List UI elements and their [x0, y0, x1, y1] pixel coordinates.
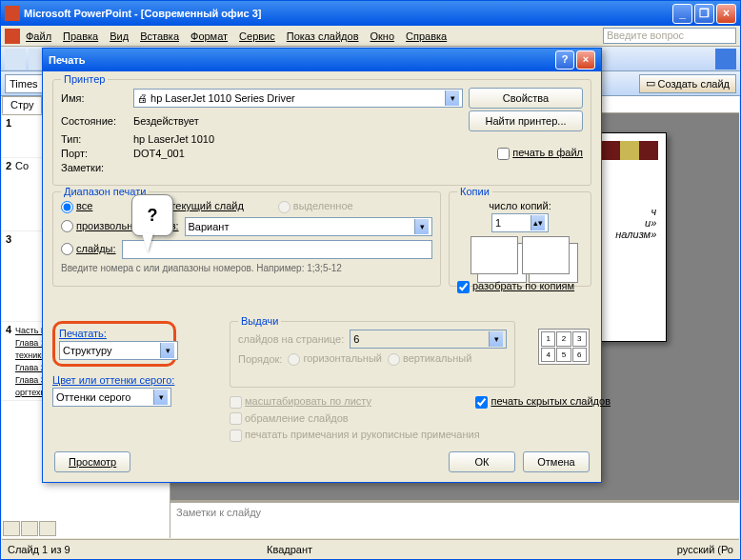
- slideshow-view-icon[interactable]: [39, 521, 56, 536]
- minimize-button[interactable]: _: [672, 4, 692, 24]
- print-what-select[interactable]: Структуру▾: [59, 341, 178, 360]
- chevron-down-icon: ▾: [489, 331, 503, 347]
- handouts-group: Выдачи слайдов на странице: 6▾ Порядок: …: [230, 321, 515, 388]
- perpage-label: слайдов на странице:: [238, 333, 344, 345]
- order-vert-radio: вертикальный: [388, 352, 471, 366]
- maximize-button[interactable]: ❐: [694, 4, 714, 24]
- handout-layout-icon: 123456: [538, 329, 590, 365]
- tab-structure[interactable]: Стру: [2, 96, 42, 114]
- view-buttons: [3, 521, 56, 538]
- range-group: Диапазон печати все текущий слайд выделе…: [52, 191, 441, 287]
- help-icon[interactable]: [715, 49, 736, 70]
- color-select[interactable]: Оттенки серого▾: [52, 388, 171, 407]
- notes-checkbox: печатать примечания и рукописные примеча…: [230, 429, 480, 442]
- color-label: Цвет или оттенки серого:: [52, 374, 224, 386]
- copies-group: Копии число копий: 1▴▾ разобрать по копи…: [449, 191, 591, 287]
- port-value: DOT4_001: [133, 148, 463, 159]
- normal-view-icon[interactable]: [3, 521, 20, 536]
- chevron-down-icon: ▾: [414, 219, 429, 234]
- notes-pane[interactable]: Заметки к слайду: [170, 500, 739, 538]
- menu-format[interactable]: Формат: [190, 30, 228, 42]
- range-selection-radio: выделенное: [278, 200, 353, 213]
- range-all-radio[interactable]: все: [61, 200, 92, 213]
- menu-file[interactable]: Файл: [26, 30, 51, 42]
- printer-select[interactable]: 🖨 hp LaserJet 1010 Series Driver ▾: [133, 89, 463, 108]
- collate-preview-icon: [471, 236, 518, 274]
- printer-legend: Принтер: [61, 73, 108, 85]
- copies-spinner[interactable]: 1▴▾: [491, 213, 549, 232]
- range-hint: Введите номера с или диапазоны номеров. …: [61, 263, 432, 273]
- slides-input[interactable]: [122, 240, 432, 259]
- copies-count-label: число копий:: [457, 200, 583, 211]
- properties-button[interactable]: Свойства: [469, 88, 583, 109]
- app-icon: [5, 6, 20, 21]
- window-title: Microsoft PowerPoint - [Современный офис…: [24, 8, 671, 19]
- port-label: Порт:: [61, 148, 128, 159]
- chevron-down-icon: ▾: [445, 90, 459, 106]
- type-label: Тип:: [61, 133, 128, 145]
- dialog-title: Печать: [49, 54, 85, 66]
- print-to-file-checkbox[interactable]: печать в файл: [497, 147, 583, 160]
- menu-tools[interactable]: Сервис: [239, 30, 275, 42]
- name-label: Имя:: [61, 92, 128, 104]
- printer-notes-label: Заметки:: [61, 162, 128, 173]
- menu-slideshow[interactable]: Показ слайдов: [287, 30, 359, 42]
- frame-checkbox: обрамление слайдов: [230, 412, 349, 426]
- new-slide-icon: ▭: [646, 77, 655, 90]
- dialog-titlebar: Печать ? ×: [43, 49, 601, 71]
- type-value: hp LaserJet 1010: [133, 133, 583, 145]
- menu-edit[interactable]: Правка: [63, 30, 98, 42]
- hidden-checkbox[interactable]: печать скрытых слайдов: [475, 395, 611, 409]
- printer-icon: 🖨: [137, 92, 148, 104]
- ok-button[interactable]: ОК: [449, 451, 515, 472]
- menu-view[interactable]: Вид: [110, 30, 129, 42]
- handouts-legend: Выдачи: [238, 315, 281, 327]
- font-value: Times: [10, 78, 38, 90]
- print-what-label: Печатать:: [59, 328, 170, 339]
- statusbar: Слайд 1 из 9 Квадрант русский (Ро: [2, 539, 739, 559]
- print-dialog: Печать ? × Принтер Имя: 🖨 hp LaserJet 10…: [42, 48, 602, 483]
- titlebar: Microsoft PowerPoint - [Современный офис…: [1, 1, 740, 26]
- perpage-select: 6▾: [350, 330, 507, 349]
- menu-insert[interactable]: Вставка: [140, 30, 179, 42]
- status-template: Квадрант: [267, 544, 312, 555]
- cancel-button[interactable]: Отмена: [523, 451, 590, 472]
- print-options: масштабировать по листу печать скрытых с…: [230, 395, 611, 446]
- scale-checkbox: масштабировать по листу: [230, 395, 371, 409]
- help-callout: ?: [131, 194, 173, 236]
- find-printer-button[interactable]: Найти принтер...: [469, 110, 583, 131]
- new-icon[interactable]: [5, 49, 26, 70]
- preview-button[interactable]: Просмотр: [54, 451, 130, 472]
- chevron-down-icon: ▾: [153, 390, 168, 405]
- dialog-close-button[interactable]: ×: [576, 50, 595, 70]
- collate-checkbox[interactable]: разобрать по копиям: [457, 280, 574, 291]
- dialog-help-button[interactable]: ?: [555, 50, 574, 70]
- copies-legend: Копии: [457, 186, 492, 197]
- collate-preview-icon: [522, 236, 570, 274]
- status-value: Бездействует: [133, 115, 463, 127]
- range-slides-radio[interactable]: слайды:: [61, 243, 116, 256]
- status-label: Состояние:: [61, 115, 128, 127]
- close-button[interactable]: ×: [716, 4, 736, 24]
- sorter-view-icon[interactable]: [21, 521, 38, 536]
- menu-help[interactable]: Справка: [406, 30, 447, 42]
- menu-window[interactable]: Окно: [370, 30, 395, 42]
- menubar: Файл Правка Вид Вставка Формат Сервис По…: [1, 26, 740, 47]
- chevron-down-icon: ▾: [160, 343, 174, 358]
- custom-show-select[interactable]: Вариант▾: [185, 217, 432, 236]
- order-label: Порядок:: [238, 353, 282, 365]
- print-what-section: Печатать: Структуру▾: [52, 321, 176, 367]
- status-slide: Слайд 1 из 9: [8, 544, 70, 555]
- color-section: Цвет или оттенки серого: Оттенки серого▾: [52, 374, 224, 407]
- printer-group: Принтер Имя: 🖨 hp LaserJet 1010 Series D…: [52, 79, 591, 186]
- order-horiz-radio: горизонтальный: [288, 352, 382, 366]
- status-language: русский (Ро: [677, 544, 733, 555]
- help-search-input[interactable]: Введите вопрос: [603, 28, 736, 44]
- doc-icon: [5, 29, 20, 44]
- spinner-icon: ▴▾: [531, 215, 545, 230]
- create-slide-button[interactable]: ▭ Создать слайд: [639, 74, 736, 93]
